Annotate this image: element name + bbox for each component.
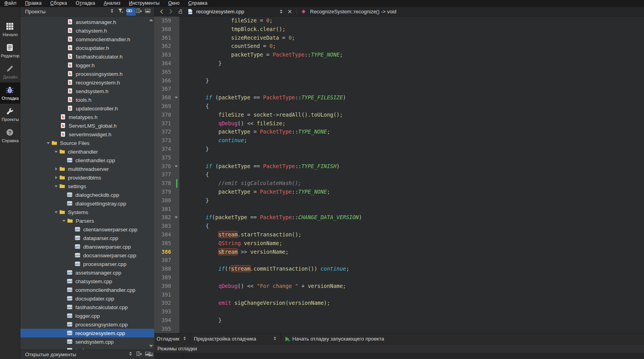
code-line-383[interactable]: 383 { bbox=[154, 222, 644, 231]
tree-item-dataparser-cpp[interactable]: c++dataparser.cpp bbox=[20, 234, 154, 242]
tree-item-fasthashcalculator-h[interactable]: hfasthashcalculator.h bbox=[20, 52, 154, 61]
code-text[interactable]: continue; bbox=[179, 136, 247, 145]
line-number-389[interactable]: 389 bbox=[154, 273, 179, 282]
tree-item-assetsmanager-h[interactable]: hassetsmanager.h bbox=[20, 18, 154, 26]
code-text[interactable] bbox=[179, 325, 180, 333]
tree-item-commonclienthandler-cpp[interactable]: c++commonclienthandler.cpp bbox=[20, 286, 154, 294]
code-text[interactable] bbox=[179, 205, 180, 214]
code-line-382[interactable]: 382 if(packetType == PacketType::CHANGE_… bbox=[154, 213, 644, 222]
line-number-380[interactable]: 380 bbox=[154, 196, 179, 205]
current-symbol-selector[interactable]: RecognizeSystem::recognize() -> void bbox=[310, 9, 396, 15]
code-text[interactable]: qDebug() << "For change " + versionName; bbox=[179, 282, 346, 291]
tree-item-tools-cpp[interactable]: c++tools.cpp bbox=[20, 346, 154, 350]
code-line-366[interactable]: 366 } bbox=[154, 77, 644, 85]
code-line-392[interactable]: 392 emit sigChangeVersion(versionName); bbox=[154, 299, 644, 308]
line-number-393[interactable]: 393 bbox=[154, 308, 179, 316]
split-icon[interactable] bbox=[136, 351, 144, 359]
code-text[interactable]: QString versionName; bbox=[179, 239, 282, 248]
line-number-386[interactable]: 386 bbox=[154, 248, 179, 256]
tree-item-multithreadserver[interactable]: multithreadserver bbox=[20, 165, 154, 173]
menu-edit[interactable]: Правка bbox=[21, 0, 46, 7]
tree-item-tools-h[interactable]: htools.h bbox=[20, 95, 154, 104]
code-line-362[interactable]: 362 countSend = 0; bbox=[154, 42, 644, 51]
menu-window[interactable]: Окно bbox=[164, 0, 184, 7]
tree-item-chatsystem-h[interactable]: hchatsystem.h bbox=[20, 26, 154, 35]
code-text[interactable] bbox=[179, 68, 180, 77]
line-number-363[interactable]: 363 bbox=[154, 51, 179, 59]
code-line-384[interactable]: 384 stream.startTransaction(); bbox=[154, 231, 644, 239]
debugger-combo-label[interactable]: Отладчик bbox=[154, 336, 182, 342]
line-number-370[interactable]: 370 bbox=[154, 111, 179, 119]
tree-item-logger-h[interactable]: hlogger.h bbox=[20, 61, 154, 70]
code-text[interactable]: fileSize = 0; bbox=[179, 16, 273, 25]
line-number-392[interactable]: 392 bbox=[154, 299, 179, 308]
line-number-391[interactable]: 391 bbox=[154, 291, 179, 299]
expand-arrow-icon[interactable] bbox=[53, 211, 59, 213]
tree-item-clienthandler[interactable]: clienthandler bbox=[20, 147, 154, 156]
code-text[interactable] bbox=[179, 308, 180, 316]
code-line-377[interactable]: 377 { bbox=[154, 170, 644, 179]
tree-item-serverlms-global-h[interactable]: hServerLMS_global.h bbox=[20, 121, 154, 130]
code-text[interactable]: { bbox=[179, 222, 209, 231]
menu-help[interactable]: Справка bbox=[184, 0, 212, 7]
code-text[interactable]: if(!stream.commitTransaction()) continue… bbox=[179, 265, 349, 273]
tree-item-docsanswerparser-cpp[interactable]: c++docsanswerparser.cpp bbox=[20, 251, 154, 260]
code-line-378[interactable]: 378 //emit sigCalculateHash(); bbox=[154, 179, 644, 188]
line-number-387[interactable]: 387 bbox=[154, 256, 179, 265]
tree-item-processingsystem-cpp[interactable]: c++processingsystem.cpp bbox=[20, 320, 154, 329]
tree-item-logger-cpp[interactable]: c++logger.cpp bbox=[20, 311, 154, 320]
line-number-368[interactable]: 368 bbox=[154, 93, 179, 102]
code-line-381[interactable]: 381 bbox=[154, 205, 644, 214]
code-text[interactable] bbox=[179, 154, 180, 162]
menu-file[interactable]: Файл bbox=[0, 0, 21, 7]
start-debugging-label[interactable]: Начать отладку запускающего проекта bbox=[291, 336, 387, 342]
line-number-371[interactable]: 371 bbox=[154, 119, 179, 128]
debugger-combo-button[interactable] bbox=[182, 335, 189, 343]
collapse-arrow-icon[interactable] bbox=[53, 176, 59, 179]
line-number-361[interactable]: 361 bbox=[154, 34, 179, 42]
tree-item-recognizesystem-h[interactable]: hrecognizesystem.h bbox=[20, 78, 154, 87]
sidebar-item-mode-edit[interactable]: Редактор bbox=[0, 40, 20, 61]
line-number-388[interactable]: 388 bbox=[154, 265, 179, 273]
sidebar-item-mode-debug[interactable]: Отладка bbox=[0, 82, 20, 104]
code-text[interactable]: qDebug() << fileSize; bbox=[179, 119, 285, 128]
code-line-394[interactable]: 394 } bbox=[154, 316, 644, 325]
line-number-379[interactable]: 379 bbox=[154, 188, 179, 196]
line-number-378[interactable]: 378 bbox=[154, 179, 179, 188]
line-number-377[interactable]: 377 bbox=[154, 170, 179, 179]
tree-item-dialogsettingstray-cpp[interactable]: c++dialogsettingstray.cpp bbox=[20, 199, 154, 208]
sort-combo-icon[interactable] bbox=[128, 351, 136, 359]
code-line-387[interactable]: 387 bbox=[154, 256, 644, 265]
tree-item-clientanswerparser-cpp[interactable]: c++clientanswerparser.cpp bbox=[20, 225, 154, 234]
tree-item-commonclienthandler-h[interactable]: hcommonclienthandler.h bbox=[20, 35, 154, 44]
tree-item-sendsystem-h[interactable]: hsendsystem.h bbox=[20, 87, 154, 95]
code-text[interactable]: } bbox=[179, 59, 222, 68]
scroll-up-icon[interactable] bbox=[149, 19, 153, 21]
code-line-372[interactable]: 372 packetType = PacketType::TYPE_NONE; bbox=[154, 128, 644, 136]
code-text[interactable]: sizeReceiveData = 0; bbox=[179, 34, 295, 42]
code-text[interactable]: } bbox=[179, 145, 209, 154]
code-line-389[interactable]: 389 bbox=[154, 273, 644, 282]
code-line-367[interactable]: 367 bbox=[154, 85, 644, 93]
nav-forward-button[interactable] bbox=[166, 8, 174, 16]
expand-arrow-icon[interactable] bbox=[45, 142, 51, 144]
tree-item-settings[interactable]: settings bbox=[20, 182, 154, 190]
tree-item-parsers[interactable]: Parsers bbox=[20, 216, 154, 225]
code-text[interactable]: } bbox=[179, 77, 209, 85]
sidebar-item-mode-design[interactable]: Дизайн bbox=[0, 61, 20, 82]
code-line-373[interactable]: 373 continue; bbox=[154, 136, 644, 145]
code-text[interactable]: emit sigChangeVersion(versionName); bbox=[179, 299, 330, 308]
line-number-373[interactable]: 373 bbox=[154, 136, 179, 145]
code-line-360[interactable]: 360 tmpBlock.clear(); bbox=[154, 25, 644, 34]
code-line-370[interactable]: 370 fileSize = socket->readAll().toULong… bbox=[154, 111, 644, 119]
code-line-361[interactable]: 361 sizeReceiveData = 0; bbox=[154, 34, 644, 42]
code-text[interactable]: if (packetType == PacketType::TYPE_FILES… bbox=[179, 93, 346, 102]
expand-arrow-icon[interactable] bbox=[53, 185, 59, 187]
tree-item-systems[interactable]: Systems bbox=[20, 208, 154, 216]
code-text[interactable]: tmpBlock.clear(); bbox=[179, 25, 285, 34]
code-line-393[interactable]: 393 bbox=[154, 308, 644, 316]
line-number-366[interactable]: 366 bbox=[154, 77, 179, 85]
code-text[interactable]: countSend = 0; bbox=[179, 42, 276, 51]
line-number-369[interactable]: 369 bbox=[154, 102, 179, 111]
tree-item-clienthandler-cpp[interactable]: c++clienthandler.cpp bbox=[20, 156, 154, 165]
